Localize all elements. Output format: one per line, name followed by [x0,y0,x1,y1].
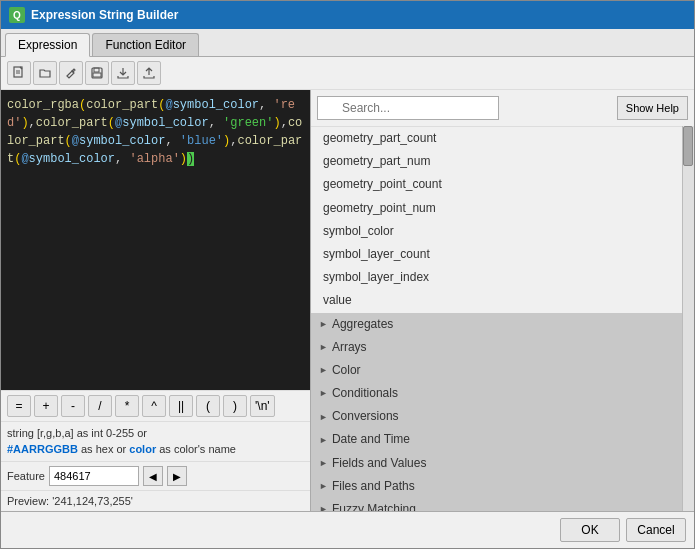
new-button[interactable] [7,61,31,85]
code-editor[interactable]: color_rgba(color_part(@symbol_color, 're… [1,90,310,390]
op-caret[interactable]: ^ [142,395,166,417]
op-minus[interactable]: - [61,395,85,417]
edit-button[interactable] [59,61,83,85]
save-icon [90,66,104,80]
chevron-right-icon: ► [319,386,328,400]
new-icon [12,66,26,80]
op-concat[interactable]: || [169,395,193,417]
category-aggregates[interactable]: ► Aggregates [311,313,682,336]
toolbar [1,57,694,90]
tab-bar: Expression Function Editor [1,29,694,57]
category-fuzzy-matching[interactable]: ► Fuzzy Matching [311,498,682,511]
op-divide[interactable]: / [88,395,112,417]
op-multiply[interactable]: * [115,395,139,417]
app-icon: Q [9,7,25,23]
import-button[interactable] [137,61,161,85]
feature-prev-button[interactable]: ◀ [143,466,163,486]
op-newline[interactable]: '\n' [250,395,275,417]
chevron-right-icon: ► [319,317,328,331]
search-input[interactable] [317,96,499,120]
tab-expression[interactable]: Expression [5,33,90,57]
dialog-title: Expression String Builder [31,8,178,22]
list-item[interactable]: symbol_layer_index [311,266,682,289]
chevron-right-icon: ► [319,340,328,354]
export-button[interactable] [111,61,135,85]
list-item[interactable]: geometry_point_count [311,173,682,196]
op-equals[interactable]: = [7,395,31,417]
title-bar: Q Expression String Builder [1,1,694,29]
category-conversions[interactable]: ► Conversions [311,405,682,428]
list-item[interactable]: value [311,289,682,312]
op-open-paren[interactable]: ( [196,395,220,417]
list-item[interactable]: geometry_part_count [311,127,682,150]
chevron-right-icon: ► [319,410,328,424]
format-info: string [r,g,b,a] as int 0-255 or #AARRGG… [7,426,304,457]
search-wrapper: 🔍 [317,96,613,120]
op-close-paren[interactable]: ) [223,395,247,417]
right-panel: 🔍 Show Help geometry_part_count geometry… [311,90,694,511]
list-item[interactable]: symbol_color [311,220,682,243]
tab-function-editor[interactable]: Function Editor [92,33,199,56]
cancel-button[interactable]: Cancel [626,518,686,542]
op-plus[interactable]: + [34,395,58,417]
content-area: color_rgba(color_part(@symbol_color, 're… [1,90,694,511]
category-files-paths[interactable]: ► Files and Paths [311,475,682,498]
list-item[interactable]: geometry_point_num [311,197,682,220]
info-area: string [r,g,b,a] as int 0-255 or #AARRGG… [1,421,310,461]
save-button[interactable] [85,61,109,85]
category-arrays[interactable]: ► Arrays [311,336,682,359]
category-date-time[interactable]: ► Date and Time [311,428,682,451]
function-list-container: geometry_part_count geometry_part_num ge… [311,126,694,511]
svg-rect-5 [93,73,101,77]
export-icon [116,66,130,80]
edit-icon [64,66,78,80]
expression-string-builder-dialog: Q Expression String Builder Expression F… [0,0,695,549]
import-icon [142,66,156,80]
list-item[interactable]: symbol_layer_count [311,243,682,266]
chevron-right-icon: ► [319,502,328,511]
chevron-right-icon: ► [319,363,328,377]
feature-row: Feature ◀ ▶ [1,461,310,490]
ok-button[interactable]: OK [560,518,620,542]
list-item[interactable]: geometry_part_num [311,150,682,173]
bottom-buttons: OK Cancel [1,511,694,548]
preview-label: Preview: '241,124,73,255' [7,495,133,507]
left-panel: color_rgba(color_part(@symbol_color, 're… [1,90,311,511]
code-content: color_rgba(color_part(@symbol_color, 're… [7,96,304,168]
category-conditionals[interactable]: ► Conditionals [311,382,682,405]
show-help-button[interactable]: Show Help [617,96,688,120]
open-icon [38,66,52,80]
chevron-right-icon: ► [319,456,328,470]
category-color[interactable]: ► Color [311,359,682,382]
preview-row: Preview: '241,124,73,255' [1,490,310,511]
scrollbar-thumb[interactable] [683,126,693,166]
chevron-right-icon: ► [319,479,328,493]
open-button[interactable] [33,61,57,85]
feature-label: Feature [7,470,45,482]
function-list: geometry_part_count geometry_part_num ge… [311,126,682,511]
feature-input[interactable] [49,466,139,486]
category-fields-values[interactable]: ► Fields and Values [311,452,682,475]
search-row: 🔍 Show Help [311,90,694,126]
feature-next-button[interactable]: ▶ [167,466,187,486]
chevron-right-icon: ► [319,433,328,447]
operator-row: = + - / * ^ || ( ) '\n' [1,390,310,421]
scrollbar[interactable] [682,126,694,511]
